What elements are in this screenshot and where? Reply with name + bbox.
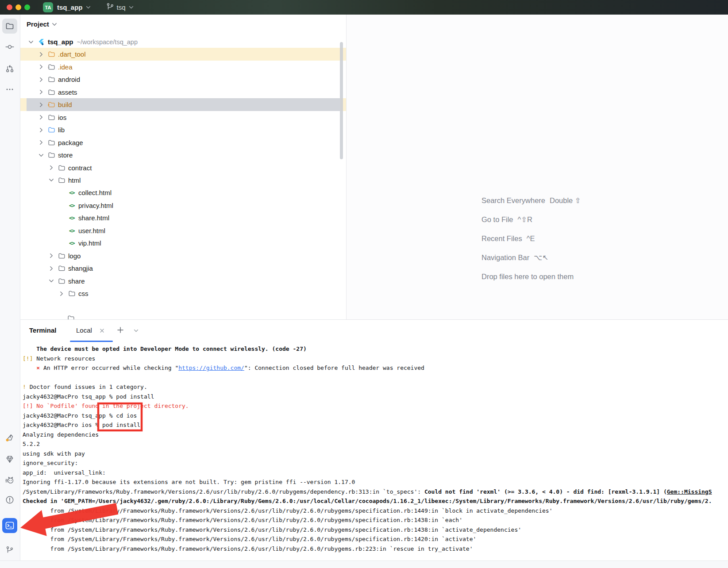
- chevron-right-icon[interactable]: [38, 64, 44, 70]
- tree-row-assets[interactable]: assets: [20, 86, 346, 99]
- terminal-line: ! Doctor found issues in 1 category.: [23, 382, 728, 392]
- terminal-text: [!]: [23, 355, 33, 362]
- tree-row-ios[interactable]: ios: [20, 111, 346, 124]
- chevron-right-icon[interactable]: [58, 290, 65, 297]
- close-window-button[interactable]: [7, 4, 12, 10]
- new-tab-icon[interactable]: [117, 326, 124, 334]
- chevron-right-icon[interactable]: [38, 139, 44, 146]
- stripe-button-commit[interactable]: [2, 39, 17, 54]
- tree-row-contract[interactable]: contract: [20, 161, 346, 174]
- stripe-button-logcat[interactable]: [2, 472, 17, 487]
- tree-row-html[interactable]: html: [20, 174, 346, 187]
- tree-item-label: css: [78, 290, 89, 297]
- tree-row-build[interactable]: *build: [20, 98, 346, 111]
- chevron-right-icon[interactable]: [38, 51, 44, 58]
- tree-row-.dart_tool[interactable]: .dart_tool: [20, 48, 346, 61]
- terminal-panel: Terminal Local The device must be opted …: [20, 319, 728, 561]
- tree-item-label: ios: [58, 114, 66, 121]
- terminal-line: jacky4632@MacPro tsq_app % pod install: [23, 392, 728, 402]
- terminal-text: from /System/Library/Frameworks/Ruby.fra…: [23, 507, 552, 514]
- terminal-line: from /System/Library/Frameworks/Ruby.fra…: [23, 515, 728, 525]
- project-avatar: TA: [43, 2, 53, 12]
- tree-row-vip.html[interactable]: <>vip.html: [20, 237, 346, 249]
- chevron-spacer: [58, 215, 65, 221]
- close-tab-icon[interactable]: [99, 328, 105, 334]
- stripe-button-problems[interactable]: [2, 492, 17, 507]
- stripe-button-pull-request[interactable]: [2, 61, 17, 76]
- chevron-right-icon[interactable]: [38, 101, 44, 108]
- chevron-right-icon[interactable]: [48, 165, 54, 171]
- chevron-down-icon[interactable]: [133, 328, 139, 334]
- tree-item-label: .idea: [58, 63, 73, 71]
- terminal-text: Could not find 'rexml' (>= 3.3.6, < 4.0)…: [424, 488, 667, 495]
- stripe-button-dart-analysis[interactable]: [2, 430, 17, 445]
- chevron-right-icon[interactable]: [48, 253, 54, 259]
- terminal-text: Network resources: [33, 355, 95, 362]
- chevron-down-icon[interactable]: [48, 278, 54, 284]
- chevron-down-icon: [51, 21, 58, 27]
- tree-row-.idea[interactable]: *.idea: [20, 61, 346, 73]
- chevron-down-icon[interactable]: [27, 38, 34, 45]
- shortcut-hint: Navigation Bar⌥↖: [481, 248, 581, 267]
- project-selector[interactable]: TA tsq_app: [43, 2, 91, 12]
- tree-row-privacy.html[interactable]: <>privacy.html: [20, 199, 346, 212]
- tree-row-tsq_app[interactable]: tsq_app~/workspace/tsq_app: [20, 35, 346, 48]
- chevron-right-icon[interactable]: [38, 76, 44, 83]
- terminal-text: Doctor found issues in 1 category.: [26, 384, 147, 390]
- stripe-button-project-folder[interactable]: [2, 19, 17, 34]
- tree-row-package[interactable]: package: [20, 136, 346, 149]
- terminal-tab-local[interactable]: Local: [76, 326, 92, 334]
- tree-item-label: package: [58, 139, 83, 146]
- terminal-link[interactable]: https://github.com/: [178, 365, 244, 371]
- terminal-text: Analyzing dependencies: [23, 431, 99, 438]
- tree-row-shangjia[interactable]: shangjia: [20, 262, 346, 275]
- tree-row-share[interactable]: share: [20, 275, 346, 288]
- gem-icon: [5, 455, 14, 464]
- tree-row-css[interactable]: css: [20, 287, 346, 300]
- stripe-button-gem[interactable]: [2, 452, 17, 467]
- project-scrollbar[interactable]: [340, 42, 343, 159]
- terminal-line: from /System/Library/Frameworks/Ruby.fra…: [23, 544, 728, 554]
- html-icon: <>: [68, 239, 76, 247]
- tree-item-label: share: [68, 277, 85, 285]
- chevron-right-icon[interactable]: [38, 89, 44, 96]
- tree-item-label: vip.html: [78, 239, 101, 247]
- terminal-icon: [5, 521, 15, 530]
- terminal-text: 5.2.2: [23, 441, 40, 447]
- stripe-button-git-branch[interactable]: [2, 542, 17, 557]
- tree-row-collect.html[interactable]: <>collect.html: [20, 186, 346, 199]
- shortcut-hint: Recent Files^E: [481, 229, 581, 248]
- git-branch-icon: [6, 546, 14, 554]
- folder-blue-icon: [47, 126, 55, 134]
- terminal-line: /System/Library/Frameworks/Ruby.framewor…: [23, 487, 728, 497]
- chevron-right-icon[interactable]: [48, 265, 54, 272]
- tree-item-label: tsq_app: [48, 38, 73, 46]
- chevron-right-icon[interactable]: [38, 114, 44, 121]
- tree-item-label: contract: [68, 164, 92, 172]
- project-panel-header[interactable]: Project: [27, 20, 58, 28]
- chevron-down-icon[interactable]: [48, 177, 54, 184]
- html-icon: <>: [68, 226, 76, 234]
- chevron-down-icon[interactable]: [38, 152, 44, 158]
- stripe-button-more[interactable]: [2, 82, 17, 97]
- tree-row-android[interactable]: android: [20, 73, 346, 86]
- terminal-line: jacky4632@MacPro tsq_app % cd ios: [23, 411, 728, 421]
- active-tab-indicator: [70, 341, 113, 342]
- folder-icon: [68, 290, 76, 298]
- tree-row-logo[interactable]: logo: [20, 249, 346, 262]
- tree-row-lib[interactable]: lib: [20, 123, 346, 136]
- branch-selector[interactable]: tsq: [106, 3, 134, 12]
- svg-text:*: *: [48, 104, 50, 109]
- selection-highlight: [27, 98, 340, 111]
- pull-request-icon: [5, 64, 14, 73]
- tree-item-label: lib: [58, 126, 65, 134]
- minimize-window-button[interactable]: [15, 4, 21, 10]
- tree-row-user.html[interactable]: <>user.html: [20, 224, 346, 237]
- zoom-window-button[interactable]: [24, 4, 30, 10]
- tree-item-label: logo: [68, 252, 81, 260]
- terminal-output[interactable]: The device must be opted into Developer …: [23, 344, 728, 561]
- tree-row-store[interactable]: store: [20, 149, 346, 161]
- chevron-right-icon[interactable]: [38, 127, 44, 133]
- stripe-button-terminal[interactable]: [2, 518, 17, 533]
- tree-row-share.html[interactable]: <>share.html: [20, 211, 346, 224]
